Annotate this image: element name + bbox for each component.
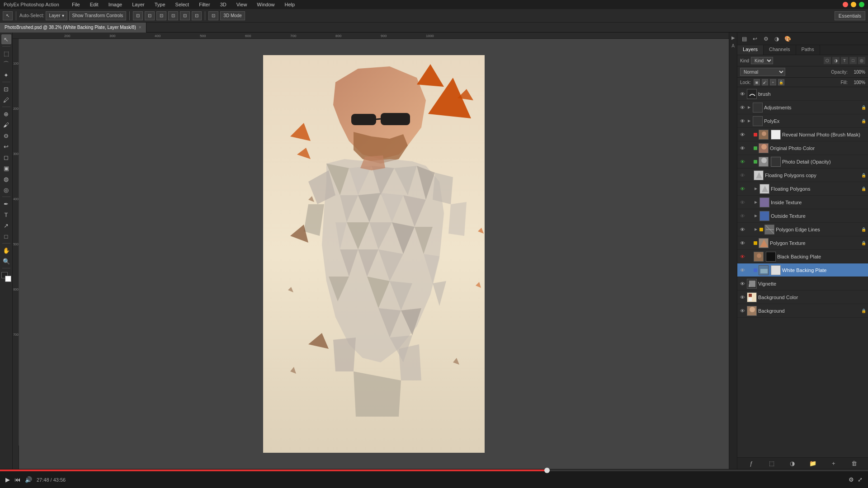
menu-3d[interactable]: 3D <box>218 1 228 8</box>
menu-select[interactable]: Select <box>174 1 191 8</box>
magic-wand-tool[interactable]: ✦ <box>1 70 11 80</box>
blend-mode-select[interactable]: Normal Multiply Screen Overlay <box>740 68 785 76</box>
clone-tool[interactable]: ⊖ <box>1 131 11 141</box>
zoom-tool[interactable]: 🔍 <box>1 256 11 266</box>
layers-panel-icon[interactable]: ▤ <box>739 34 749 44</box>
layer-white-backing[interactable]: 👁 White Backing Plate <box>737 263 868 277</box>
move-tool-btn[interactable]: ↖ <box>3 11 13 20</box>
layer-vis-float-copy[interactable]: 👁 <box>739 172 745 178</box>
lock-all-btn[interactable]: 🔒 <box>778 79 784 85</box>
new-group-btn[interactable]: 📁 <box>808 459 817 468</box>
adjustments-panel-btn[interactable]: A <box>730 42 736 49</box>
new-adjustment-btn[interactable]: ◑ <box>788 459 797 468</box>
video-settings-btn[interactable]: ⚙ <box>849 476 854 483</box>
layer-vignette[interactable]: 👁 3 Vignette <box>737 277 868 291</box>
color-boxes[interactable] <box>1 272 11 282</box>
layer-arrow-inside[interactable]: ▶ <box>754 200 758 205</box>
canvas-viewport[interactable]: ✛ <box>19 39 729 469</box>
layer-inside-texture[interactable]: 👁 ▶ Inside Texture <box>737 196 868 209</box>
layer-float-poly-copy[interactable]: 👁 Floating Polygons copy 🔒 <box>737 169 868 182</box>
brush-tool[interactable]: 🖌 <box>1 120 11 130</box>
layer-photo-detail[interactable]: 👁 Photo Detail (Opacity) <box>737 155 868 169</box>
layer-original-photo[interactable]: 👁 Original Photo Color <box>737 141 868 155</box>
add-style-btn[interactable]: ƒ <box>747 459 756 468</box>
layer-brush[interactable]: 👁 brush <box>737 87 868 101</box>
properties-panel-icon[interactable]: ⚙ <box>761 34 771 44</box>
layer-vis-adjustments[interactable]: 👁 <box>739 104 745 111</box>
move-tool[interactable]: ↖ <box>1 34 11 44</box>
layer-arrow-edge[interactable]: ▶ <box>754 227 758 232</box>
video-play-btn[interactable]: ▶ <box>5 476 10 483</box>
filter-kind-select[interactable]: Kind <box>751 57 773 64</box>
history-panel-icon[interactable]: ↩ <box>750 34 760 44</box>
filter-type-btn[interactable]: T <box>841 57 848 64</box>
layer-adjustments[interactable]: 👁 ▶ Adjustments 🔒 <box>737 101 868 114</box>
align-center-h-btn[interactable]: ⊡ <box>145 11 155 20</box>
layer-poly-edge-lines[interactable]: 👁 ▶ Polygon Edge Lines 🔒 <box>737 223 868 236</box>
marquee-tool[interactable]: ⬚ <box>1 48 11 58</box>
delete-layer-btn[interactable]: 🗑 <box>849 459 859 468</box>
layer-vis-outside[interactable]: 👁 <box>739 213 745 219</box>
video-mute-btn[interactable]: 🔊 <box>25 476 32 483</box>
dodge-tool[interactable]: ◎ <box>1 185 11 195</box>
menu-window[interactable]: Window <box>255 1 276 8</box>
progress-thumb[interactable] <box>544 468 550 473</box>
layer-list[interactable]: 👁 brush 👁 ▶ Adjustments 🔒 <box>737 87 868 457</box>
filter-smart-btn[interactable]: ◎ <box>858 57 865 64</box>
gradient-tool[interactable]: ▣ <box>1 163 11 173</box>
menu-image[interactable]: Image <box>107 1 124 8</box>
layer-background[interactable]: 👁 Background 🔒 <box>737 304 868 318</box>
layer-vis-vignette[interactable]: 👁 <box>739 281 745 287</box>
pen-tool[interactable]: ✒ <box>1 199 11 209</box>
window-maximize-button[interactable] <box>859 2 864 7</box>
layer-vis-reveal[interactable]: 👁 <box>739 131 745 138</box>
lasso-tool[interactable]: ⌒ <box>1 59 11 69</box>
layer-arrow-polyex[interactable]: ▶ <box>747 119 751 123</box>
document-tab[interactable]: PhotoBrushed.psd @ 38.2% (White Backing … <box>0 23 146 33</box>
adjustments-panel-icon[interactable]: ◑ <box>772 34 782 44</box>
essentials-btn[interactable]: Essentials <box>835 11 865 20</box>
progress-bar[interactable] <box>0 469 868 471</box>
layers-tab[interactable]: Layers <box>737 45 764 55</box>
layer-outside-texture[interactable]: 👁 ▶ Outside Texture <box>737 209 868 223</box>
blur-tool[interactable]: ◍ <box>1 174 11 184</box>
layer-reveal-normal[interactable]: 👁 Reveal Normal Photo (Brush Mask) <box>737 128 868 141</box>
tab-close-btn[interactable]: × <box>139 25 142 30</box>
filter-adj-btn[interactable]: ◑ <box>832 57 840 64</box>
layer-vis-white-backing[interactable]: 👁 <box>739 267 745 273</box>
menu-type[interactable]: Type <box>153 1 167 8</box>
menu-file[interactable]: File <box>70 1 82 8</box>
layer-vis-poly-tex[interactable]: 👁 <box>739 240 745 246</box>
mid-panel-collapse-btn[interactable]: ▶ <box>730 34 736 41</box>
layer-arrow-outside[interactable]: ▶ <box>754 214 758 218</box>
crop-tool[interactable]: ⊡ <box>1 84 11 94</box>
layer-vis-detail[interactable]: 👁 <box>739 159 745 165</box>
menu-help[interactable]: Help <box>283 1 297 8</box>
layer-background-color[interactable]: 👁 Background Color <box>737 291 868 304</box>
filter-shape-btn[interactable]: □ <box>849 57 857 64</box>
new-layer-btn[interactable]: + <box>829 459 838 468</box>
history-tool[interactable]: ↩ <box>1 141 11 151</box>
menu-edit[interactable]: Edit <box>88 1 100 8</box>
layer-vis-float-poly[interactable]: 👁 <box>739 186 745 192</box>
layer-vis-edge[interactable]: 👁 <box>739 226 745 233</box>
align-center-v-btn[interactable]: ⊡ <box>180 11 190 20</box>
distribute-btn[interactable]: ⊡ <box>208 11 218 20</box>
path-select-tool[interactable]: ↗ <box>1 221 11 230</box>
lock-transparency-btn[interactable]: ▣ <box>754 79 760 85</box>
layer-vis-bg-color[interactable]: 👁 <box>739 294 745 300</box>
window-minimize-button[interactable] <box>851 2 856 7</box>
auto-select-dropdown[interactable]: Layer ▾ <box>46 11 67 20</box>
menu-view[interactable]: View <box>235 1 249 8</box>
channels-tab[interactable]: Channels <box>764 45 796 55</box>
color-panel-icon[interactable]: 🎨 <box>783 34 793 44</box>
filter-pixel-btn[interactable]: ⬡ <box>824 57 831 64</box>
menu-layer[interactable]: Layer <box>130 1 146 8</box>
paths-tab[interactable]: Paths <box>796 45 820 55</box>
align-left-btn[interactable]: ⊡ <box>133 11 143 20</box>
layer-vis-original[interactable]: 👁 <box>739 145 745 151</box>
align-bottom-btn[interactable]: ⊡ <box>192 11 202 20</box>
3d-mode-btn[interactable]: 3D Mode <box>220 11 245 20</box>
layer-black-backing[interactable]: 👁 Black Backing Plate <box>737 250 868 263</box>
background-color[interactable] <box>5 276 11 282</box>
